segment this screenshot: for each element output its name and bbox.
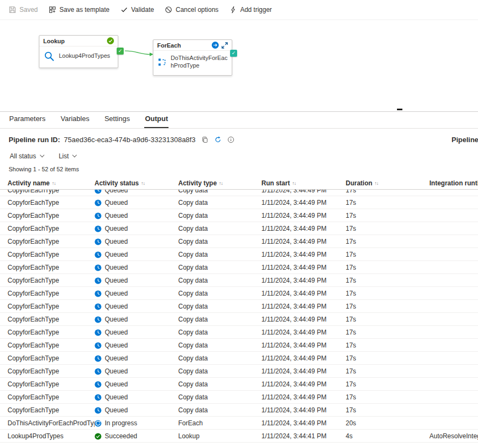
status-label: Queued bbox=[105, 329, 128, 336]
column-header[interactable]: Duration↑↓ bbox=[346, 177, 429, 189]
table-row[interactable]: CopyforEachTypeQueuedCopy data1/11/2024,… bbox=[0, 326, 478, 339]
table-row[interactable]: CopyforEachTypeQueuedCopy data1/11/2024,… bbox=[0, 365, 478, 378]
status-label: Queued bbox=[105, 251, 128, 258]
table-row[interactable]: CopyforEachTypeQueuedCopy data1/11/2024,… bbox=[0, 274, 478, 287]
queued-icon bbox=[95, 238, 102, 245]
integration-runtime bbox=[429, 300, 478, 313]
success-port-icon[interactable]: ✓ bbox=[117, 48, 124, 55]
column-header[interactable]: Activity type↑↓ bbox=[178, 177, 261, 189]
refresh-icon[interactable] bbox=[214, 136, 221, 143]
view-filter-dropdown[interactable]: List bbox=[59, 152, 77, 160]
tab-variables[interactable]: Variables bbox=[60, 111, 90, 128]
table-row[interactable]: DoThisActivityForEachProdTypeIn progress… bbox=[0, 417, 478, 430]
status-label: Queued bbox=[105, 367, 128, 375]
column-header[interactable]: Run start↑↓ bbox=[261, 177, 346, 189]
activity-type: Copy data bbox=[178, 196, 261, 209]
activities-count-icon[interactable] bbox=[212, 42, 219, 49]
foreach-icon bbox=[157, 57, 167, 67]
tab-settings[interactable]: Settings bbox=[104, 111, 130, 128]
table-row[interactable]: CopyforEachTypeQueuedCopy data1/11/2024,… bbox=[0, 222, 478, 235]
node-body: Lookup4ProdTypes bbox=[39, 46, 118, 68]
toolbar-item-cancel-options[interactable]: Cancel options bbox=[165, 6, 218, 14]
integration-runtime bbox=[429, 391, 478, 404]
toolbar-item-label: Cancel options bbox=[176, 6, 218, 14]
succeeded-badge-icon bbox=[107, 37, 114, 44]
activity-name: CopyforEachType bbox=[8, 248, 95, 261]
table-row[interactable]: Lookup4ProdTypesSucceededLookup1/11/2024… bbox=[0, 430, 478, 443]
success-port-icon[interactable]: ✓ bbox=[230, 50, 237, 57]
table-row[interactable]: CopyforEachTypeQueuedCopy data1/11/2024,… bbox=[0, 404, 478, 417]
activity-name: Lookup4ProdTypes bbox=[8, 430, 95, 443]
column-header[interactable]: Activity status↑↓ bbox=[95, 177, 178, 189]
activity-name: CopyforEachType bbox=[8, 378, 95, 391]
run-start: 1/11/2024, 3:44:49 PM bbox=[261, 222, 346, 235]
table-row[interactable]: CopyforEachTypeQueuedCopy data1/11/2024,… bbox=[0, 261, 478, 274]
toolbar-item-label: Validate bbox=[131, 6, 154, 14]
table-row[interactable]: CopyforEachTypeQueuedCopy data1/11/2024,… bbox=[0, 391, 478, 404]
activity-status: Queued bbox=[95, 300, 178, 313]
integration-runtime bbox=[429, 417, 478, 430]
copy-icon[interactable] bbox=[201, 136, 208, 143]
activity-status: Queued bbox=[95, 404, 178, 417]
toolbar-item-add-trigger[interactable]: Add trigger bbox=[230, 6, 272, 14]
foreach-activity-node[interactable]: ForEach DoThisActivityForEachProdType bbox=[153, 39, 232, 76]
table-row[interactable]: CopyforEachTypeQueuedCopy data1/11/2024,… bbox=[0, 190, 478, 196]
column-header[interactable]: Integration runtime bbox=[429, 177, 478, 189]
column-header[interactable]: Activity name↑↓ bbox=[8, 177, 95, 189]
table-row[interactable]: CopyforEachTypeQueuedCopy data1/11/2024,… bbox=[0, 313, 478, 326]
duration: 17s bbox=[346, 339, 429, 352]
activity-name: CopyforEachType bbox=[8, 365, 95, 378]
activity-status: Queued bbox=[95, 378, 178, 391]
activity-status: Queued bbox=[95, 313, 178, 326]
sort-icon[interactable]: ↑↓ bbox=[292, 180, 296, 186]
duration: 17s bbox=[346, 248, 429, 261]
table-row[interactable]: CopyforEachTypeQueuedCopy data1/11/2024,… bbox=[0, 235, 478, 248]
activity-name: CopyforEachType bbox=[8, 300, 95, 313]
tab-parameters[interactable]: Parameters bbox=[9, 111, 46, 128]
sort-icon[interactable]: ↑↓ bbox=[219, 180, 223, 186]
duration: 17s bbox=[346, 378, 429, 391]
tab-output[interactable]: Output bbox=[144, 111, 169, 128]
run-start: 1/11/2024, 3:44:49 PM bbox=[261, 300, 346, 313]
table-row[interactable]: CopyforEachTypeQueuedCopy data1/11/2024,… bbox=[0, 378, 478, 391]
app-root: Saved Save as template Validate Cancel o… bbox=[0, 0, 478, 443]
sort-icon[interactable]: ↑↓ bbox=[141, 180, 145, 186]
queued-icon bbox=[95, 225, 102, 232]
canvas-resize-handle[interactable] bbox=[397, 109, 402, 110]
activity-name: CopyforEachType bbox=[8, 196, 95, 209]
run-start: 1/11/2024, 3:44:49 PM bbox=[261, 287, 346, 300]
duration: 17s bbox=[346, 235, 429, 248]
table-row[interactable]: CopyforEachTypeQueuedCopy data1/11/2024,… bbox=[0, 339, 478, 352]
sort-icon[interactable]: ↑↓ bbox=[374, 180, 378, 186]
status-label: Queued bbox=[105, 238, 128, 245]
integration-runtime bbox=[429, 209, 478, 222]
queued-icon bbox=[95, 251, 102, 258]
activity-status: In progress bbox=[95, 417, 178, 430]
sort-icon[interactable]: ↑↓ bbox=[52, 180, 56, 186]
activity-status: Queued bbox=[95, 235, 178, 248]
activity-type: Copy data bbox=[178, 352, 261, 365]
expand-icon[interactable] bbox=[221, 42, 228, 49]
lookup-activity-node[interactable]: Lookup Lookup4ProdTypes bbox=[39, 35, 118, 68]
status-label: Queued bbox=[105, 303, 128, 310]
activity-name: CopyforEachType bbox=[8, 287, 95, 300]
activity-type: Copy data bbox=[178, 274, 261, 287]
status-filter-dropdown[interactable]: All status bbox=[10, 152, 44, 160]
table-row[interactable]: CopyforEachTypeQueuedCopy data1/11/2024,… bbox=[0, 300, 478, 313]
table-row[interactable]: CopyforEachTypeQueuedCopy data1/11/2024,… bbox=[0, 352, 478, 365]
status-label: Queued bbox=[105, 212, 128, 219]
table-row[interactable]: CopyforEachTypeQueuedCopy data1/11/2024,… bbox=[0, 248, 478, 261]
run-start: 1/11/2024, 3:44:41 PM bbox=[261, 430, 346, 443]
pipeline-canvas[interactable]: Lookup Lookup4ProdTypes ✓ ForEach bbox=[0, 20, 478, 112]
toolbar-item-validate[interactable]: Validate bbox=[120, 6, 154, 14]
info-icon[interactable] bbox=[227, 136, 234, 143]
table-row[interactable]: CopyforEachTypeQueuedCopy data1/11/2024,… bbox=[0, 287, 478, 300]
integration-runtime: AutoResolveIntegratio bbox=[429, 430, 478, 443]
table-row[interactable]: CopyforEachTypeQueuedCopy data1/11/2024,… bbox=[0, 196, 478, 209]
panel-tabs: Parameters Variables Settings Output bbox=[0, 112, 478, 129]
status-label: Queued bbox=[105, 393, 128, 401]
activity-name: CopyforEachType bbox=[8, 339, 95, 352]
table-row[interactable]: CopyforEachTypeQueuedCopy data1/11/2024,… bbox=[0, 209, 478, 222]
toolbar-item-save-as-template[interactable]: Save as template bbox=[49, 6, 110, 14]
integration-runtime bbox=[429, 222, 478, 235]
